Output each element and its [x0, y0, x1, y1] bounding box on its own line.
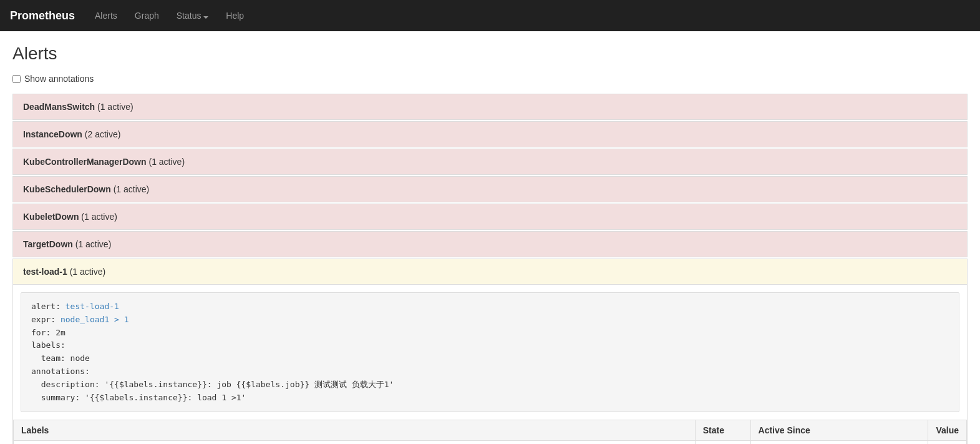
alert-count: (1 active): [81, 212, 117, 222]
col-active-since: Active Since: [750, 420, 928, 441]
navbar: Prometheus Alerts Graph Status Help: [0, 0, 980, 31]
nav-item-help[interactable]: Help: [218, 6, 251, 26]
rule-line-labels: labels:: [31, 339, 949, 352]
rule-line-expr: expr: node_load1 > 1: [31, 313, 949, 327]
alert-name: KubeSchedulerDown: [23, 184, 111, 194]
nav-link-graph[interactable]: Graph: [127, 6, 167, 26]
table-row: alertname="test-load-1" endpoint="https"…: [14, 441, 967, 444]
alert-name: KubeControllerManagerDown: [23, 157, 147, 167]
rule-expr-link[interactable]: node_load1 > 1: [61, 315, 129, 324]
alert-count: (2 active): [85, 129, 121, 139]
state-cell: PENDING: [695, 441, 750, 444]
alert-name: KubeletDown: [23, 212, 79, 222]
alert-group-header-kubecontrollermanagerdown[interactable]: KubeControllerManagerDown (1 active): [13, 149, 967, 174]
nav-dropdown-status[interactable]: Status: [169, 6, 216, 26]
alert-count: (1 active): [148, 157, 185, 167]
page-title: Alerts: [12, 44, 968, 64]
rule-definition: alert: test-load-1 expr: node_load1 > 1 …: [21, 292, 959, 412]
alert-group-targetdown: TargetDown (1 active): [12, 231, 968, 257]
alert-group-header-kubeletdown[interactable]: KubeletDown (1 active): [13, 204, 967, 229]
rule-alert-link[interactable]: test-load-1: [65, 302, 119, 311]
alert-count: (1 active): [75, 239, 112, 249]
nav-link-help[interactable]: Help: [218, 6, 251, 26]
alert-group-kubeschedulerdown: KubeSchedulerDown (1 active): [12, 176, 968, 202]
rule-line-description: description: '{{$labels.instance}}: job …: [31, 378, 949, 392]
page-content: Alerts Show annotations DeadMansSwitch (…: [0, 31, 980, 444]
navbar-brand[interactable]: Prometheus: [10, 9, 75, 22]
nav-item-status[interactable]: Status: [169, 6, 216, 26]
show-annotations-label[interactable]: Show annotations: [12, 74, 968, 84]
alert-group-header-targetdown[interactable]: TargetDown (1 active): [13, 232, 967, 257]
alert-group-body-test-load-1: alert: test-load-1 expr: node_load1 > 1 …: [13, 284, 967, 444]
alert-group-test-load-1: test-load-1 (1 active) alert: test-load-…: [12, 259, 968, 444]
alert-count: (1 active): [114, 184, 150, 194]
alert-group-deadmansswitch: DeadMansSwitch (1 active): [12, 94, 968, 120]
alert-group-kubeletdown: KubeletDown (1 active): [12, 204, 968, 230]
alert-name: DeadMansSwitch: [23, 102, 95, 112]
caret-icon: [203, 16, 208, 19]
alert-count: (1 active): [70, 267, 106, 277]
rule-line-annotations: annotations:: [31, 365, 949, 378]
alert-group-header-kubeschedulerdown[interactable]: KubeSchedulerDown (1 active): [13, 177, 967, 202]
rule-line-alert: alert: test-load-1: [31, 300, 949, 313]
rule-line-summary: summary: '{{$labels.instance}}: load 1 >…: [31, 392, 949, 405]
value-cell: 1.6: [928, 441, 967, 444]
show-annotations-checkbox[interactable]: [12, 75, 21, 83]
navbar-links: Alerts Graph Status Help: [87, 6, 251, 26]
alert-group-header-test-load-1[interactable]: test-load-1 (1 active): [13, 259, 967, 284]
nav-item-graph[interactable]: Graph: [127, 6, 167, 26]
alert-instances-table: Labels State Active Since Value alertnam…: [13, 420, 967, 444]
alert-group-header-instancedown[interactable]: InstanceDown (2 active): [13, 122, 967, 147]
show-annotations-text: Show annotations: [24, 74, 94, 84]
col-value: Value: [928, 420, 967, 441]
nav-link-alerts[interactable]: Alerts: [87, 6, 125, 26]
alert-group-instancedown: InstanceDown (2 active): [12, 121, 968, 147]
alert-name: test-load-1: [23, 267, 67, 277]
rule-line-for: for: 2m: [31, 327, 949, 340]
active-since-cell: 2019-08-08 06:50:00.192000646 +0000 UTC: [750, 441, 928, 444]
labels-cell: alertname="test-load-1" endpoint="https"…: [14, 441, 696, 444]
rule-line-team: team: node: [31, 352, 949, 365]
alert-group-header-deadmansswitch[interactable]: DeadMansSwitch (1 active): [13, 94, 967, 119]
alert-name: TargetDown: [23, 239, 73, 249]
table-header-row: Labels State Active Since Value: [14, 420, 967, 441]
alert-count: (1 active): [97, 102, 133, 112]
alert-name: InstanceDown: [23, 129, 82, 139]
col-state: State: [695, 420, 750, 441]
alert-group-kubecontrollermanagerdown: KubeControllerManagerDown (1 active): [12, 149, 968, 175]
col-labels: Labels: [14, 420, 696, 441]
nav-item-alerts[interactable]: Alerts: [87, 6, 125, 26]
